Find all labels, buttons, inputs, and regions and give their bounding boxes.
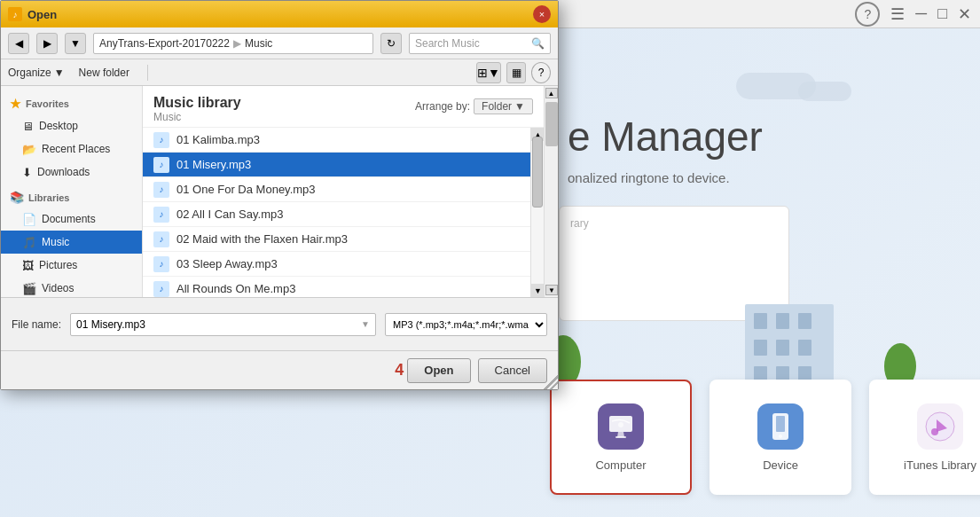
computer-source-card[interactable]: Computer <box>550 380 692 495</box>
desktop-icon: 🖥 <box>22 120 34 133</box>
device-card-label: Device <box>763 458 798 472</box>
pictures-label: Pictures <box>39 259 77 271</box>
filelist-header: Music library Music Arrange by: Folder ▼ <box>143 86 544 128</box>
arrange-label: Arrange by: <box>415 100 470 113</box>
scrollbar-down[interactable]: ▼ <box>531 284 544 297</box>
right-scroll-thumb[interactable] <box>545 102 558 146</box>
sidebar-downloads[interactable]: ⬇ Downloads <box>1 161 142 184</box>
source-cards-container: 3 Computer <box>550 380 980 495</box>
filename-dropdown[interactable]: ▼ <box>361 319 370 329</box>
menu-icon[interactable]: ☰ <box>890 4 905 24</box>
sidebar-pictures[interactable]: 🖼 Pictures <box>1 254 142 277</box>
right-panel: e Manager onalized ringtone to device. r… <box>559 28 980 517</box>
file-item-0[interactable]: ♪ 01 Kalimba.mp3 <box>143 128 544 153</box>
pane-button[interactable]: ▦ <box>506 62 526 83</box>
itunes-card-label: iTunes Library <box>904 458 976 472</box>
nav-back-button[interactable]: ◀ <box>8 33 29 54</box>
arrange-by-control[interactable]: Arrange by: Folder ▼ <box>415 98 533 114</box>
device-source-card[interactable]: Device <box>710 380 851 495</box>
itunes-source-card[interactable]: iTunes Library <box>869 380 980 495</box>
help-icon[interactable]: ? <box>855 2 880 27</box>
sidebar-music[interactable]: 🎵 Music <box>1 231 142 254</box>
sidebar-recent-places[interactable]: 📂 Recent Places <box>1 137 142 161</box>
dialog-resize-handle[interactable] <box>544 375 558 389</box>
favorites-section-title: ★ Favorites <box>1 93 142 114</box>
svg-rect-5 <box>798 313 811 329</box>
right-scroll-up[interactable]: ▲ <box>545 88 558 98</box>
dialog-sidebar: ★ Favorites 🖥 Desktop 📂 Recent Places ⬇ … <box>1 86 143 297</box>
file-item-2[interactable]: ♪ 01 One For Da Money.mp3 <box>143 177 544 202</box>
minimize-icon[interactable]: ─ <box>915 4 927 23</box>
dialog-buttons: 4 Open Cancel <box>1 350 558 389</box>
recent-places-label: Recent Places <box>42 143 110 155</box>
sidebar-documents[interactable]: 📄 Documents <box>1 208 142 231</box>
file-item-3[interactable]: ♪ 02 All I Can Say.mp3 <box>143 202 544 227</box>
sidebar-videos[interactable]: 🎬 Videos <box>1 277 142 297</box>
desktop-label: Desktop <box>39 120 78 132</box>
filelist-scrollbar[interactable]: ▲ ▼ <box>530 128 544 297</box>
source-box-label: rary <box>570 217 778 230</box>
filetype-select[interactable]: MP3 (*.mp3;*.m4a;*.m4r;*.wma <box>385 313 547 336</box>
svg-rect-3 <box>754 313 767 329</box>
menubar-separator <box>147 65 148 81</box>
nav-recent-button[interactable]: ▼ <box>65 33 86 54</box>
open-button-wrapper: 4 Open <box>395 358 470 383</box>
file-item-4[interactable]: ♪ 02 Maid with the Flaxen Hair.mp3 <box>143 227 544 252</box>
cloud-decoration-2 <box>798 82 851 101</box>
nav-forward-button[interactable]: ▶ <box>36 33 58 54</box>
favorites-label: Favorites <box>26 98 69 109</box>
itunes-card-wrapper: iTunes Library <box>869 380 980 495</box>
help-dialog-button[interactable]: ? <box>531 62 551 83</box>
right-scroll-down[interactable]: ▼ <box>545 285 558 295</box>
favorites-star-icon: ★ <box>10 97 21 111</box>
computer-card-label: Computer <box>595 458 646 472</box>
open-dialog: ♪ Open × ◀ ▶ ▼ AnyTrans-Export-20170222 … <box>0 0 559 390</box>
downloads-icon: ⬇ <box>22 166 32 179</box>
organize-label: Organize <box>8 67 51 79</box>
filelist-container: Music library Music Arrange by: Folder ▼ <box>143 86 544 297</box>
organize-menu[interactable]: Organize ▼ <box>8 67 65 79</box>
maximize-icon[interactable]: □ <box>937 4 947 23</box>
cancel-button[interactable]: Cancel <box>478 358 547 383</box>
svg-point-22 <box>931 428 938 435</box>
search-placeholder: Search Music <box>415 37 480 50</box>
videos-label: Videos <box>42 282 74 294</box>
file-icon-2: ♪ <box>153 182 169 198</box>
file-name-4: 02 Maid with the Flaxen Hair.mp3 <box>176 232 348 246</box>
pictures-icon: 🖼 <box>22 259 34 272</box>
arrange-value: Folder <box>482 100 512 113</box>
documents-icon: 📄 <box>22 213 36 226</box>
svg-rect-19 <box>776 416 785 432</box>
recent-icon: 📂 <box>22 143 36 156</box>
titlebar-controls: ? ☰ ─ □ ✕ <box>855 2 971 27</box>
file-item-1[interactable]: ♪ 01 Misery.mp3 <box>143 153 544 177</box>
documents-label: Documents <box>42 213 96 225</box>
organize-arrow: ▼ <box>54 67 65 79</box>
file-name-6: All Rounds On Me.mp3 <box>176 282 295 295</box>
libraries-label: Libraries <box>28 192 69 203</box>
file-item-5[interactable]: ♪ 03 Sleep Away.mp3 <box>143 252 544 277</box>
file-icon-4: ♪ <box>153 231 169 247</box>
music-icon: 🎵 <box>22 236 36 249</box>
filename-field[interactable]: 01 Misery.mp3 ▼ <box>70 313 376 336</box>
open-label: Open <box>424 364 453 377</box>
scrollbar-thumb[interactable] <box>532 137 543 208</box>
dialog-body: ★ Favorites 🖥 Desktop 📂 Recent Places ⬇ … <box>1 86 558 297</box>
nav-refresh-button[interactable]: ↻ <box>380 33 402 54</box>
dialog-menubar: Organize ▼ New folder ⊞▼ ▦ ? <box>1 59 558 86</box>
views-button[interactable]: ⊞▼ <box>476 62 501 83</box>
close-icon[interactable]: ✕ <box>958 4 971 24</box>
right-scrollbar[interactable]: ▲ ▼ <box>544 86 558 297</box>
dialog-title: Open <box>27 8 57 21</box>
search-box[interactable]: Search Music 🔍 <box>409 33 551 54</box>
sidebar-desktop[interactable]: 🖥 Desktop <box>1 114 142 137</box>
new-folder-button[interactable]: New folder <box>79 67 129 79</box>
arrange-dropdown[interactable]: Folder ▼ <box>474 98 533 114</box>
file-item-6[interactable]: ♪ All Rounds On Me.mp3 <box>143 277 544 297</box>
computer-card-wrapper: 3 Computer <box>550 380 692 495</box>
dialog-close-button[interactable]: × <box>533 5 551 23</box>
svg-rect-7 <box>776 340 789 356</box>
open-button[interactable]: Open <box>407 358 470 383</box>
itunes-card-icon <box>917 403 963 450</box>
breadcrumb-bar[interactable]: AnyTrans-Export-20170222 ▶ Music <box>93 33 373 54</box>
